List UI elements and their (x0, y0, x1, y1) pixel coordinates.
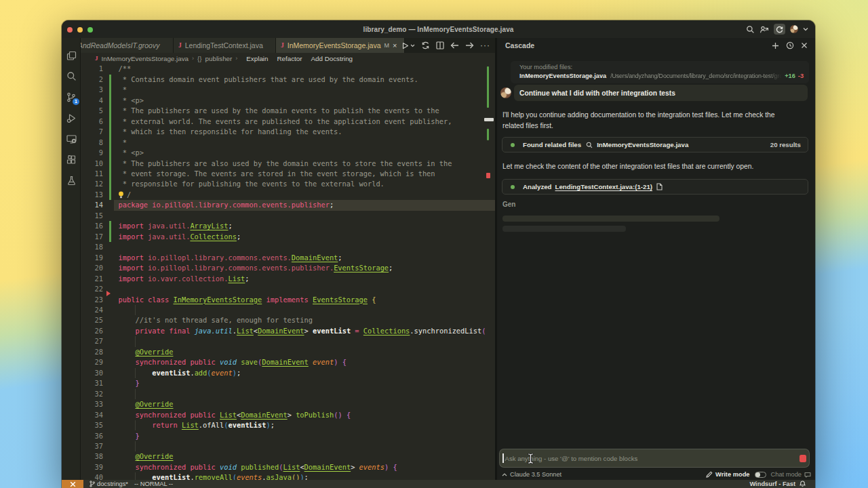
forward-arrow-icon[interactable] (465, 42, 474, 49)
code-line-21[interactable]: 21import io.vavr.collection.List; (81, 274, 495, 284)
tab-inmemoryeventsstorage[interactable]: J InMemoryEventsStorage.java M × (276, 38, 405, 53)
tool-call-found-files[interactable]: Found related files InMemoryEventsStorag… (502, 137, 808, 152)
code-line-12[interactable]: 12 * responsible for publishing the even… (81, 179, 495, 189)
code-line-32[interactable]: 32 (81, 389, 495, 399)
cascade-header: Cascade (497, 38, 815, 53)
run-icon[interactable] (402, 42, 415, 49)
code-line-6[interactable]: 6 * external world. The events are publi… (81, 117, 495, 127)
code-line-3[interactable]: 3 * (81, 85, 495, 95)
modified-file-name[interactable]: InMemoryEventsStorage.java (519, 73, 606, 79)
code-line-28[interactable]: 28 @Override (81, 347, 495, 357)
code-line-7[interactable]: 7 * which is then responsible for handli… (81, 127, 495, 137)
code-line-17[interactable]: 17import java.util.Collections; (81, 232, 495, 242)
code-line-14[interactable]: 14package io.pillopl.library.common.even… (81, 200, 495, 210)
split-editor-icon[interactable] (436, 41, 444, 49)
java-file-icon: J (281, 42, 284, 49)
explain-action[interactable]: Explain (246, 55, 268, 62)
breadcrumb-symbol[interactable]: publisher (205, 55, 233, 62)
chevron-down-icon[interactable] (803, 27, 808, 31)
code-editor[interactable]: 1/**2 * Contains domain event publishers… (81, 64, 495, 480)
code-line-38[interactable]: 38 @Override (81, 451, 495, 462)
analyzed-file-link[interactable]: LendingTestContext.java:(1-21) (555, 183, 653, 190)
stop-button[interactable] (800, 455, 806, 462)
code-line-4[interactable]: 4 * <p> (81, 96, 495, 106)
code-line-33[interactable]: 33 @Override (81, 399, 495, 409)
git-branch-icon (90, 481, 95, 487)
vim-mode-indicator: -- NORMAL -- (134, 481, 173, 487)
code-line-25[interactable]: 25 //it's not thread safe, enough for te… (81, 315, 495, 325)
code-line-29[interactable]: 29 synchronized public void save(DomainE… (81, 357, 495, 367)
write-mode-label[interactable]: Write mode (715, 471, 749, 478)
code-line-22[interactable]: 22 (81, 284, 495, 294)
close-tab-icon[interactable]: × (393, 42, 397, 49)
back-arrow-icon[interactable] (450, 42, 459, 49)
add-docstring-action[interactable]: Add Docstring (311, 55, 353, 62)
skeleton-bar (502, 226, 626, 232)
code-line-23[interactable]: 23public class InMemoryEventsStorage imp… (81, 295, 495, 305)
chat-mode-label[interactable]: Chat mode (771, 471, 802, 478)
activity-bar-search[interactable] (62, 67, 81, 86)
tab-lendingtestcontext[interactable]: J LendingTestContext.java (174, 38, 276, 53)
code-line-2[interactable]: 2 * Contains domain event publishers tha… (81, 75, 495, 85)
code-line-40[interactable]: 40 eventList.removeAll(events.asJava()); (81, 472, 495, 480)
code-line-19[interactable]: 19import io.pillopl.library.commons.even… (81, 253, 495, 263)
plus-icon[interactable] (772, 42, 779, 49)
code-line-10[interactable]: 10 * The publishers are also used by the… (81, 159, 495, 169)
more-actions-icon[interactable]: ··· (480, 43, 490, 48)
share-profile-icon[interactable] (760, 25, 769, 34)
document-icon (656, 183, 663, 190)
activity-bar-testing[interactable] (62, 171, 81, 190)
model-selector[interactable]: Claude 3.5 Sonnet (510, 471, 561, 478)
code-line-20[interactable]: 20import io.pillopl.library.commons.even… (81, 263, 495, 273)
code-line-1[interactable]: 1/** (81, 64, 495, 74)
bell-icon[interactable] (800, 481, 806, 487)
skeleton-bar (502, 216, 719, 222)
remote-indicator[interactable] (62, 480, 83, 488)
code-line-24[interactable]: 24 (81, 305, 495, 315)
code-line-15[interactable]: 15 (81, 211, 495, 221)
streaming-text: Gen (502, 201, 515, 208)
code-line-35[interactable]: 35 return List.ofAll(eventList); (81, 420, 495, 430)
user-avatar (500, 87, 511, 98)
cascade-input[interactable]: Ask anything - use '@' to mention code b… (499, 449, 810, 468)
java-file-icon: J (178, 42, 182, 49)
git-branch-status[interactable]: docstrings* (90, 481, 128, 487)
avatar[interactable] (790, 25, 798, 33)
code-line-36[interactable]: 36 } (81, 431, 495, 441)
refactor-action[interactable]: Refactor (277, 55, 302, 62)
code-line-11[interactable]: 11 * event storage. The events are store… (81, 169, 495, 179)
code-line-9[interactable]: 9 * <p> (81, 148, 495, 158)
activity-bar-explorer[interactable] (62, 46, 81, 65)
code-line-5[interactable]: 5 * The publishers are used by the domai… (81, 106, 495, 116)
tab-andreadmodelsit[interactable]: AndReadModelsIT.groovy (81, 38, 174, 53)
activity-bar-extensions[interactable] (62, 150, 81, 169)
code-line-37[interactable]: 37 (81, 441, 495, 451)
search-icon[interactable] (746, 25, 755, 34)
activity-bar-run-debug[interactable] (62, 108, 81, 127)
code-line-30[interactable]: 30 eventList.add(event); (81, 368, 495, 378)
close-icon[interactable] (801, 42, 808, 49)
code-line-18[interactable]: 18 (81, 242, 495, 252)
mode-toggle[interactable] (755, 472, 766, 478)
breadcrumb-file[interactable]: InMemoryEventsStorage.java (102, 55, 189, 62)
activity-bar-remote-explorer[interactable] (62, 129, 81, 148)
code-line-27[interactable]: 27 (81, 336, 495, 346)
ai-paragraph: Let me check the content of the other in… (502, 161, 797, 172)
activity-bar-source-control[interactable]: 1 (62, 87, 81, 106)
cascade-toggle-icon[interactable] (774, 24, 785, 35)
code-line-8[interactable]: 8 * (81, 138, 495, 148)
code-line-26[interactable]: 26 private final java.util.List<DomainEv… (81, 326, 495, 336)
code-line-34[interactable]: 34 synchronized public List<DomainEvent>… (81, 410, 495, 420)
code-line-16[interactable]: 16import java.util.ArrayList; (81, 221, 495, 231)
app-window: library_demo — InMemoryEventsStorage.jav… (62, 20, 815, 488)
chevron-up-icon[interactable] (502, 473, 507, 476)
tool-call-analyzed[interactable]: Analyzed LendingTestContext.java:(1-21) (502, 179, 808, 195)
lightbulb-icon[interactable] (118, 191, 124, 199)
modified-files-label: Your modified files: (519, 64, 572, 70)
code-line-31[interactable]: 31 } (81, 378, 495, 388)
history-icon[interactable] (786, 41, 794, 49)
code-line-39[interactable]: 39 synchronized public void published(Li… (81, 462, 495, 472)
sync-compare-icon[interactable] (421, 41, 430, 49)
code-line-13[interactable]: 13 / (81, 190, 495, 200)
windsurf-status[interactable]: Windsurf - Fast (749, 481, 795, 487)
